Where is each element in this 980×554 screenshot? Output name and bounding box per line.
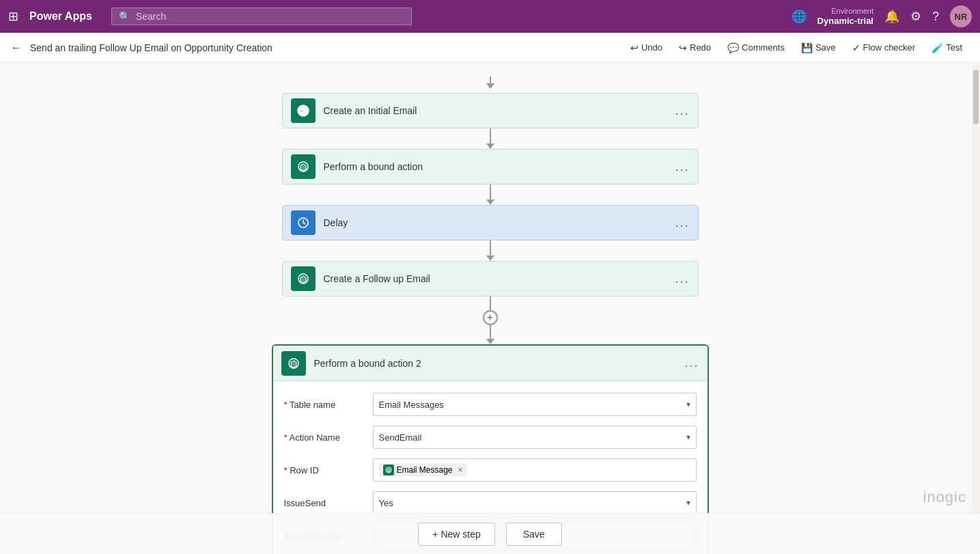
comments-button[interactable]: 💬 Comments xyxy=(720,40,792,56)
table-name-label: * Table name xyxy=(284,400,373,410)
issue-send-dropdown[interactable]: Yes ▾ xyxy=(373,491,697,514)
step-3-menu[interactable]: ... xyxy=(675,216,689,230)
flow-checker-button[interactable]: ✓ Flow checker xyxy=(845,40,923,56)
table-name-dropdown[interactable]: Email Messages ▾ xyxy=(373,393,697,416)
comment-icon: 💬 xyxy=(727,42,739,53)
table-name-chevron: ▾ xyxy=(686,400,690,409)
toolbar-actions: ↩ Undo ↪ Redo 💬 Comments 💾 Save ✓ Flow c… xyxy=(624,40,969,56)
form-row-action-name: * Action Name SendEmail ▾ xyxy=(284,425,697,449)
row-id-tag: Email Message × xyxy=(379,463,467,477)
test-icon: 🧪 xyxy=(932,42,943,53)
brand-logo: Power Apps xyxy=(29,10,92,23)
expanded-header[interactable]: Perform a bound action 2 ... xyxy=(273,346,708,381)
bottom-bar: + New step Save xyxy=(0,513,980,554)
expanded-step-title: Perform a bound action 2 xyxy=(314,358,685,369)
form-row-row-id: * Row ID Email Message × xyxy=(284,458,697,482)
checker-icon: ✓ xyxy=(852,42,860,53)
action-name-chevron: ▾ xyxy=(686,432,690,442)
flow-step-perform-bound[interactable]: Perform a bound action ... xyxy=(282,149,699,184)
arrow-2 xyxy=(486,199,494,205)
search-icon: 🔍 xyxy=(119,11,130,22)
connector-3 xyxy=(486,240,494,261)
connector-line-1 xyxy=(490,128,491,143)
connector-line-plus-bottom xyxy=(490,325,491,339)
help-icon[interactable]: ? xyxy=(932,10,939,24)
settings-icon[interactable]: ⚙ xyxy=(910,9,921,24)
flow-step-create-initial-email[interactable]: Create an Initial Email ... xyxy=(282,93,699,128)
form-row-table-name: * Table name Email Messages ▾ xyxy=(284,392,697,417)
environment-selector[interactable]: Environment Dynamic-trial xyxy=(817,7,873,27)
back-button[interactable]: ← xyxy=(11,42,22,54)
bottom-save-button[interactable]: Save xyxy=(506,523,562,546)
action-icon-4 xyxy=(291,266,316,291)
row-id-field[interactable]: Email Message × xyxy=(373,458,697,482)
new-step-button[interactable]: + New step xyxy=(418,523,494,546)
action-icon-1 xyxy=(291,98,316,123)
add-connector: + xyxy=(483,296,498,344)
connector-1 xyxy=(486,128,494,149)
issue-send-chevron: ▾ xyxy=(686,498,690,508)
arrow-1 xyxy=(486,143,494,149)
row-id-tag-icon xyxy=(383,465,394,475)
redo-icon: ↪ xyxy=(679,42,687,53)
redo-button[interactable]: ↪ Redo xyxy=(672,40,718,56)
scrollbar-track xyxy=(972,63,980,513)
expanded-action-icon xyxy=(281,351,306,376)
search-input[interactable] xyxy=(136,11,404,22)
step-2-menu[interactable]: ... xyxy=(675,160,689,174)
notification-icon[interactable]: 🔔 xyxy=(884,9,899,24)
flow-step-follow-up[interactable]: Create a Follow up Email ... xyxy=(282,261,699,296)
step-1-menu[interactable]: ... xyxy=(675,104,689,118)
test-button[interactable]: 🧪 Test xyxy=(925,40,969,56)
undo-button[interactable]: ↩ Undo xyxy=(624,40,669,56)
connector-2 xyxy=(486,184,494,205)
form-row-issue-send: IssueSend Yes ▾ xyxy=(284,490,697,515)
row-id-tag-close[interactable]: × xyxy=(458,465,463,475)
apps-grid-icon[interactable]: ⊞ xyxy=(8,9,18,24)
connector-line-3 xyxy=(490,240,491,255)
scrollbar-thumb[interactable] xyxy=(973,70,979,124)
search-bar[interactable]: 🔍 xyxy=(111,8,412,25)
issue-send-label: IssueSend xyxy=(284,498,373,508)
arrow-top xyxy=(486,83,494,89)
flow-canvas: Create an Initial Email ... Perform a bo… xyxy=(0,63,980,554)
expanded-step-menu[interactable]: ... xyxy=(684,356,699,370)
flow-step-delay[interactable]: Delay ... xyxy=(282,205,699,240)
add-step-button[interactable]: + xyxy=(483,310,498,325)
arrow-3 xyxy=(486,255,494,261)
undo-icon: ↩ xyxy=(630,42,639,53)
arrow-plus xyxy=(486,339,494,344)
save-button[interactable]: 💾 Save xyxy=(794,40,843,56)
avatar[interactable]: NR xyxy=(950,5,972,27)
row-id-label: * Row ID xyxy=(284,465,373,475)
connector-line-plus-top xyxy=(490,296,491,310)
action-name-dropdown[interactable]: SendEmail ▾ xyxy=(373,426,697,449)
step-4-menu[interactable]: ... xyxy=(675,272,689,286)
topbar: ⊞ Power Apps 🔍 🌐 Environment Dynamic-tri… xyxy=(0,0,980,33)
action-name-label: * Action Name xyxy=(284,432,373,443)
action-icon-2 xyxy=(291,154,316,179)
flow-steps-container: Create an Initial Email ... Perform a bo… xyxy=(272,77,709,554)
topbar-right: 🌐 Environment Dynamic-trial 🔔 ⚙ ? NR xyxy=(792,5,972,27)
delay-icon xyxy=(291,210,316,235)
save-icon: 💾 xyxy=(801,42,813,53)
subheader: ← Send an trailing Follow Up Email on Op… xyxy=(0,33,980,63)
globe-icon[interactable]: 🌐 xyxy=(792,9,807,24)
flow-title: Send an trailing Follow Up Email on Oppo… xyxy=(30,42,615,53)
connector-line-2 xyxy=(490,184,491,199)
scroll-top-connector xyxy=(490,77,491,83)
